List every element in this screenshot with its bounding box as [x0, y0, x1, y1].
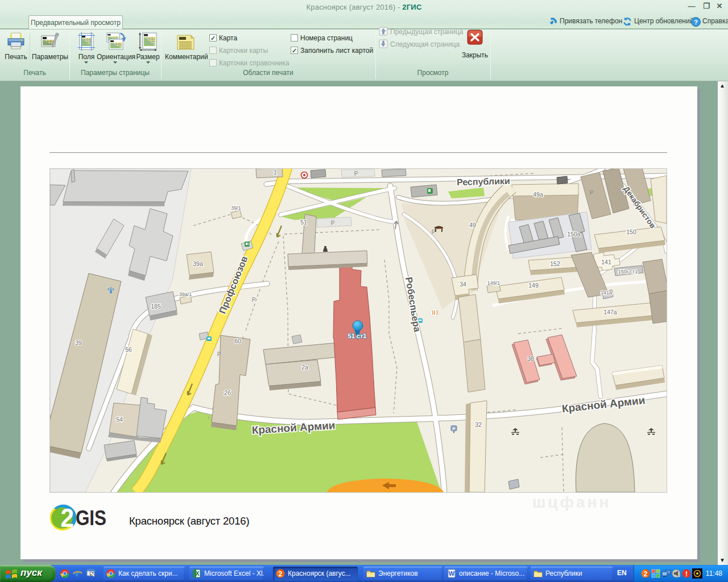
svg-text:?: ? — [694, 19, 698, 26]
svg-text:39/1: 39/1 — [231, 205, 241, 211]
svg-text:150г ст1: 150г ст1 — [618, 269, 638, 275]
svg-text:X: X — [196, 571, 200, 577]
svg-text:49: 49 — [469, 222, 476, 228]
svg-text:150а: 150а — [567, 231, 581, 238]
svg-text:Р: Р — [331, 220, 335, 226]
svg-text:149: 149 — [528, 282, 539, 289]
svg-text:54: 54 — [116, 416, 123, 423]
svg-text:141: 141 — [601, 259, 611, 265]
svg-text:W: W — [449, 570, 455, 577]
svg-text:Р: Р — [217, 351, 221, 357]
svg-text:2: 2 — [279, 570, 283, 578]
svg-text:51: 51 — [300, 219, 307, 226]
svg-text:Р: Р — [432, 229, 436, 235]
svg-text:39а: 39а — [193, 260, 203, 267]
svg-text:1: 1 — [274, 169, 277, 176]
svg-text:39: 39 — [75, 339, 82, 346]
svg-text:150: 150 — [626, 228, 636, 235]
svg-text:Р: Р — [252, 297, 256, 303]
svg-text:152: 152 — [550, 260, 560, 267]
svg-text:2: 2 — [644, 570, 648, 578]
svg-text:60: 60 — [234, 338, 241, 344]
svg-text:Р: Р — [354, 171, 358, 177]
svg-text:34: 34 — [460, 281, 466, 288]
svg-text:e: e — [76, 569, 80, 578]
svg-text:Р: Р — [452, 426, 455, 431]
svg-text:2: 2 — [61, 504, 75, 532]
svg-text:147а: 147а — [603, 309, 617, 315]
svg-text:GIS: GIS — [76, 506, 106, 530]
svg-text:!: ! — [685, 570, 688, 578]
svg-text:2б: 2б — [224, 389, 231, 396]
svg-text:Республики: Республики — [457, 176, 510, 187]
svg-text:2а: 2а — [301, 364, 308, 371]
svg-text:141а: 141а — [601, 290, 612, 296]
svg-text:51 ст1: 51 ст1 — [348, 332, 367, 339]
svg-text:32: 32 — [475, 421, 482, 428]
svg-text:Р: Р — [590, 190, 594, 196]
svg-text:39а/1: 39а/1 — [179, 292, 192, 297]
svg-text:49а: 49а — [533, 191, 543, 198]
svg-text:56: 56 — [125, 346, 132, 353]
svg-text:149/1: 149/1 — [487, 280, 500, 286]
svg-text:185: 185 — [151, 303, 161, 310]
svg-text:38: 38 — [527, 355, 534, 362]
